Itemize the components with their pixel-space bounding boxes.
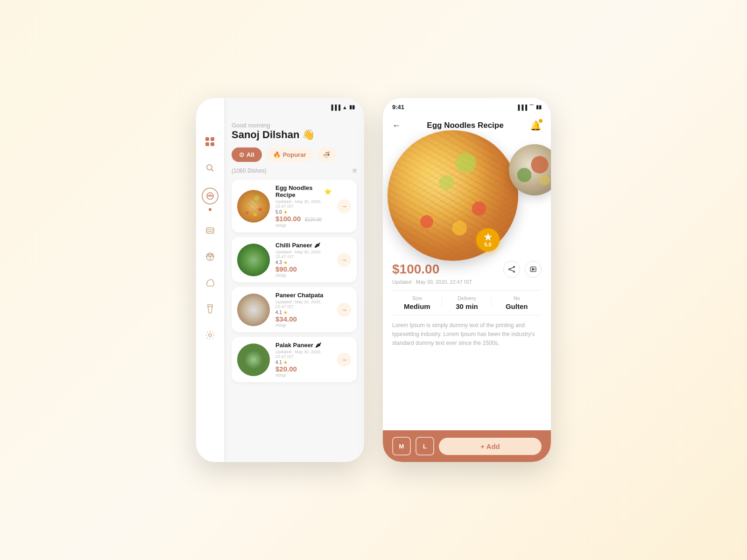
dish-weight-0: 450gr <box>275 223 331 228</box>
svg-point-4 <box>207 165 212 170</box>
wifi-icon-2: ⌒ <box>529 104 534 111</box>
detail-body: $100.00 <box>383 256 551 360</box>
back-button[interactable]: ← <box>392 121 401 131</box>
delivery-label: Delivery <box>442 295 492 301</box>
svg-point-14 <box>514 266 515 268</box>
svg-point-16 <box>514 271 515 273</box>
dish-name-3: Palak Paneer 🌶 <box>275 342 331 349</box>
gluten-stat: No Gulten <box>492 295 542 310</box>
dish-name-2: Paneer Chatpata <box>275 292 331 299</box>
bell-notification-icon[interactable]: 🔔 <box>530 120 542 131</box>
dish-rating-2: 4.1 ★ <box>275 310 331 315</box>
phone-detail-view: 9:41 ▐▐▐ ⌒ ▮▮ ← Egg Noodles Recipe 🔔 <box>383 98 551 462</box>
greeting-name: Sanoj Dilshan 👋 <box>232 129 357 141</box>
all-circle-icon: ⊙ <box>239 151 244 158</box>
dish-image-chilli <box>237 244 270 276</box>
status-bar-2: 9:41 ▐▐▐ ⌒ ▮▮ <box>383 98 551 113</box>
dish-info-2: Paneer Chatpata Updated : May 30, 2020, … <box>275 292 331 328</box>
sidebar <box>196 98 224 462</box>
sidebar-pizza-icon[interactable] <box>204 250 217 263</box>
sidebar-active-dot <box>209 208 211 211</box>
gluten-label: No <box>492 295 542 301</box>
signal-icon-2: ▐▐▐ <box>516 105 527 110</box>
sidebar-drink-icon[interactable] <box>204 302 217 315</box>
battery-icon: ▮▮ <box>349 104 355 110</box>
svg-rect-0 <box>205 137 209 141</box>
sidebar-search-icon[interactable] <box>204 161 217 175</box>
main-content: Good morning Sanoj Dilshan 👋 ⊙ All 🔥 Pop… <box>224 113 364 462</box>
dish-arrow-3[interactable]: → <box>337 353 351 367</box>
dish-arrow-1[interactable]: → <box>337 253 351 267</box>
notification-dot <box>539 119 543 123</box>
dish-badge-0: ⭐ <box>324 188 331 195</box>
sidebar-dish-icon[interactable] <box>202 188 218 204</box>
size-l-button[interactable]: L <box>416 437 434 455</box>
time-2: 9:41 <box>392 104 404 111</box>
svg-rect-1 <box>211 137 214 141</box>
dish-arrow-2[interactable]: → <box>337 303 351 317</box>
phone-1-screen: 9:41 ▐▐▐ ▲ ▮▮ <box>196 98 364 462</box>
add-to-cart-button[interactable]: + Add <box>439 438 542 455</box>
rating-badge: ★ 5.0 <box>476 228 500 252</box>
detail-title: Egg Noodles Recipe <box>427 121 503 130</box>
phone-list-view: 9:41 ▐▐▐ ▲ ▮▮ <box>196 98 364 462</box>
tab-noodle[interactable]: 🍜 <box>317 147 336 162</box>
sidebar-brain-icon[interactable] <box>204 276 217 289</box>
fire-icon: 🔥 <box>273 151 281 158</box>
status-icons-2: ▐▐▐ ⌒ ▮▮ <box>516 104 542 111</box>
dish-updated-3: Updated : May 30, 2020, 22:47 IST <box>275 350 331 359</box>
share-button[interactable] <box>503 261 520 278</box>
tab-popular[interactable]: 🔥 Popurar <box>266 147 314 162</box>
price-row: $100.00 <box>392 261 542 278</box>
detail-footer: M L + Add <box>383 430 551 462</box>
dish-weight-3: 450gr <box>275 373 331 378</box>
sidebar-settings-icon[interactable] <box>204 329 217 342</box>
dish-price-1: $90.00 <box>275 265 331 273</box>
dish-price-row-0: $100.00 $120.00 <box>275 215 331 223</box>
play-button[interactable] <box>525 261 542 278</box>
detail-description: Lorem Ipsum is simply dummy text of the … <box>392 321 542 348</box>
dish-card-0: Egg Noodles Recipe ⭐ Updated : May 30, 2… <box>232 180 357 232</box>
detail-side-image <box>509 144 551 196</box>
svg-rect-8 <box>206 228 214 233</box>
greeting-sub: Good morning <box>232 122 357 129</box>
dishes-count: (1060 Dishes) <box>232 168 267 174</box>
dish-name-0: Egg Noodles Recipe ⭐ <box>275 184 331 198</box>
phone-2-screen: 9:41 ▐▐▐ ⌒ ▮▮ ← Egg Noodles Recipe 🔔 <box>383 98 551 462</box>
dish-name-1: Chilli Paneer 🌶 <box>275 242 331 249</box>
size-label: Size <box>392 295 442 301</box>
battery-icon-2: ▮▮ <box>536 104 542 110</box>
sidebar-burger-icon[interactable] <box>204 224 217 237</box>
dish-arrow-0[interactable]: → <box>337 199 351 213</box>
wifi-icon: ▲ <box>342 105 347 110</box>
svg-marker-20 <box>532 268 535 271</box>
dish-weight-1: 450gr <box>275 273 331 278</box>
dish-updated-2: Updated : May 30, 2020, 22:47 IST <box>275 300 331 309</box>
svg-line-5 <box>211 169 214 172</box>
delivery-stat: Delivery 30 min <box>442 295 492 310</box>
svg-point-15 <box>509 269 510 270</box>
sidebar-grid-icon[interactable] <box>204 135 217 148</box>
dish-weight-2: 450gr <box>275 323 331 328</box>
svg-rect-3 <box>211 142 214 146</box>
dish-info-3: Palak Paneer 🌶 Updated : May 30, 2020, 2… <box>275 342 331 378</box>
svg-point-10 <box>208 254 209 256</box>
dish-updated-1: Updated : May 30, 2020, 22:47 IST <box>275 250 331 259</box>
delivery-value: 30 min <box>442 302 492 310</box>
dish-image-palak <box>237 343 270 376</box>
svg-point-13 <box>209 334 211 336</box>
size-m-button[interactable]: M <box>392 437 411 455</box>
svg-point-11 <box>211 254 213 256</box>
list-view-icon[interactable]: ≡ <box>352 167 357 175</box>
detail-price: $100.00 <box>392 262 439 277</box>
palak-badge: 🌶 <box>315 342 321 349</box>
size-stat: Size Medium <box>392 295 442 310</box>
dish-image-paneer <box>237 294 270 326</box>
dish-rating-0: 5.0 ★ <box>275 210 331 215</box>
filter-tabs: ⊙ All 🔥 Popurar 🍜 <box>232 147 357 162</box>
size-value: Medium <box>392 302 442 310</box>
dish-rating-1: 4.3 ★ <box>275 260 331 265</box>
detail-actions <box>503 261 542 278</box>
tab-all[interactable]: ⊙ All <box>232 147 262 162</box>
svg-rect-2 <box>205 142 209 146</box>
